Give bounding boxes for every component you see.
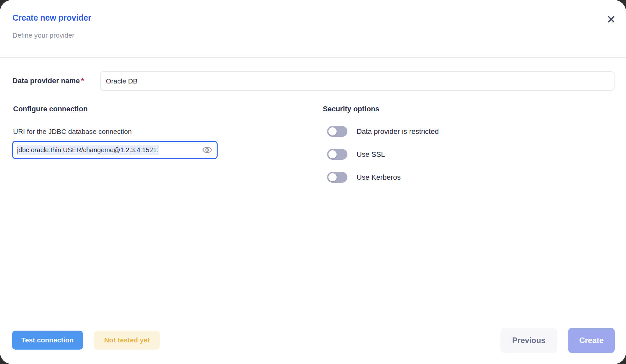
name-label-text: Data provider name bbox=[12, 77, 80, 85]
connection-status-badge: Not tested yet bbox=[94, 331, 160, 350]
test-connection-button[interactable]: Test connection bbox=[12, 331, 83, 350]
data-provider-name-input[interactable] bbox=[100, 71, 615, 91]
toggle-use-kerberos-switch[interactable] bbox=[327, 172, 347, 183]
dialog-title: Create new provider bbox=[12, 13, 91, 23]
configure-connection-heading: Configure connection bbox=[13, 105, 88, 113]
close-icon bbox=[607, 15, 616, 24]
toggle-restricted-switch[interactable] bbox=[327, 126, 347, 137]
toggle-knob bbox=[328, 127, 337, 136]
create-button[interactable]: Create bbox=[568, 328, 615, 353]
previous-button[interactable]: Previous bbox=[500, 328, 557, 353]
dialog-subtitle: Define your provider bbox=[12, 31, 74, 39]
toggle-knob bbox=[328, 173, 337, 181]
jdbc-uri-value: jdbc:oracle:thin:USER/changeme@1.2.3.4:1… bbox=[17, 145, 159, 155]
eye-icon bbox=[202, 145, 212, 155]
jdbc-uri-label: URI for the JDBC database connection bbox=[13, 128, 132, 136]
toggle-use-ssl-switch[interactable] bbox=[327, 149, 347, 160]
toggle-use-kerberos-label: Use Kerberos bbox=[357, 173, 401, 182]
toggle-restricted[interactable]: Data provider is restricted bbox=[327, 126, 439, 137]
toggle-use-ssl[interactable]: Use SSL bbox=[327, 149, 385, 160]
header-divider bbox=[0, 57, 626, 58]
toggle-knob bbox=[328, 150, 337, 158]
close-button[interactable] bbox=[604, 12, 618, 26]
required-asterisk: * bbox=[81, 77, 84, 85]
toggle-restricted-label: Data provider is restricted bbox=[357, 127, 439, 136]
create-provider-dialog: Create new provider Define your provider… bbox=[0, 0, 626, 364]
toggle-use-ssl-label: Use SSL bbox=[357, 150, 385, 159]
security-options-heading: Security options bbox=[323, 105, 379, 113]
jdbc-uri-input[interactable]: jdbc:oracle:thin:USER/changeme@1.2.3.4:1… bbox=[12, 141, 218, 159]
toggle-visibility-button[interactable] bbox=[202, 144, 213, 155]
data-provider-name-label: Data provider name* bbox=[12, 77, 84, 85]
toggle-use-kerberos[interactable]: Use Kerberos bbox=[327, 172, 401, 183]
